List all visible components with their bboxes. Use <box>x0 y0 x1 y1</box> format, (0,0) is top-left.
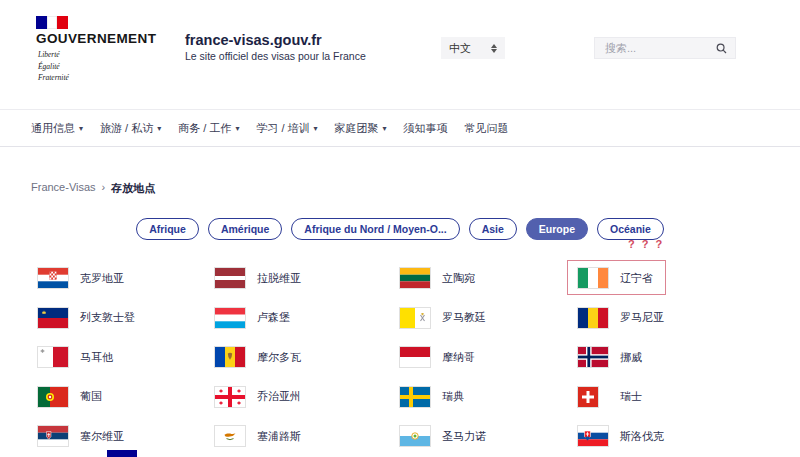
motto-line: Liberté <box>38 49 69 61</box>
country-item[interactable]: 圣马力诺 <box>400 426 486 446</box>
country-item[interactable]: 挪威 <box>578 347 642 367</box>
nav-item[interactable]: 须知事项 <box>404 121 448 136</box>
motto-line: Égalité <box>38 61 69 73</box>
nav-item[interactable]: 通用信息▾ <box>31 121 83 136</box>
country-item[interactable]: 摩纳哥 <box>400 347 475 367</box>
country-name: 拉脱维亚 <box>257 271 301 286</box>
nav-item-label: 常见问题 <box>465 121 509 136</box>
search-box <box>594 37 736 59</box>
country-name: 圣马力诺 <box>442 429 486 444</box>
search-input[interactable] <box>603 41 716 55</box>
site-title[interactable]: france-visas.gouv.fr <box>185 32 322 48</box>
tab-oc-anie[interactable]: Océanie <box>597 218 664 240</box>
flag-serbia-icon <box>38 426 68 446</box>
motto-line: Fraternité <box>38 72 69 84</box>
breadcrumb: France-Visas › 存放地点 <box>31 181 155 196</box>
nav-item[interactable]: 旅游 / 私访▾ <box>100 121 161 136</box>
country-name: 列支敦士登 <box>80 310 135 325</box>
nav-item[interactable]: 商务 / 工作▾ <box>178 121 239 136</box>
breadcrumb-current: 存放地点 <box>111 181 155 196</box>
country-item[interactable]: 葡国 <box>38 387 102 407</box>
country-name: 克罗地亚 <box>80 271 124 286</box>
flag-lithuania-icon <box>400 268 430 288</box>
country-name: 塞浦路斯 <box>257 429 301 444</box>
breadcrumb-root[interactable]: France-Visas <box>31 181 96 196</box>
country-name: 摩尔多瓦 <box>257 350 301 365</box>
chevron-down-icon: ▾ <box>157 124 161 133</box>
flag-san-marino-icon <box>400 426 430 446</box>
country-item[interactable]: 乔治亚州 <box>215 387 301 407</box>
country-name: 乔治亚州 <box>257 389 301 404</box>
language-selector[interactable]: 中文 <box>441 37 505 59</box>
chevron-down-icon: ▾ <box>314 124 318 133</box>
flag-vatican-icon <box>400 308 430 328</box>
country-item[interactable]: 摩尔多瓦 <box>215 347 301 367</box>
country-name: 罗马尼亚 <box>620 310 664 325</box>
country-item[interactable]: 瑞典 <box>400 387 464 407</box>
country-item[interactable]: 罗马尼亚 <box>578 308 664 328</box>
flag-sweden-icon <box>400 387 430 407</box>
flag-croatia-icon <box>38 268 68 288</box>
country-name: 立陶宛 <box>442 271 475 286</box>
country-item[interactable]: 塞尔维亚 <box>38 426 124 446</box>
nav-item-label: 须知事项 <box>404 121 448 136</box>
flag-latvia-icon <box>215 268 245 288</box>
country-name: 挪威 <box>620 350 642 365</box>
flag-cyprus-icon <box>215 426 245 446</box>
tab-am-rique[interactable]: Amérique <box>208 218 282 240</box>
country-item[interactable]: 克罗地亚 <box>38 268 124 288</box>
country-item[interactable]: 立陶宛 <box>400 268 475 288</box>
france-visas-page: GOUVERNEMENT Liberté Égalité Fraternité … <box>0 0 800 457</box>
country-item[interactable]: 卢森堡 <box>215 308 290 328</box>
nav-item-label: 学习 / 培训 <box>256 121 309 136</box>
flag-monaco-icon <box>400 347 430 367</box>
country-name: 斯洛伐克 <box>620 429 664 444</box>
flag-portugal-icon <box>38 387 68 407</box>
country-name: 马耳他 <box>80 350 113 365</box>
flag-norway-icon <box>578 347 608 367</box>
continent-tabs: AfriqueAmériqueAfrique du Nord / Moyen-O… <box>0 218 800 240</box>
tab-asie[interactable]: Asie <box>469 218 517 240</box>
country-item[interactable]: 塞浦路斯 <box>215 426 301 446</box>
tab-afrique-du-nord-moyen-o[interactable]: Afrique du Nord / Moyen-O... <box>291 218 459 240</box>
country-item[interactable]: 罗马教廷 <box>400 308 486 328</box>
gouvernement-logo: GOUVERNEMENT <box>36 31 156 46</box>
annotation-question-marks: ? ? ? <box>628 238 664 250</box>
flag-malta-icon <box>38 347 68 367</box>
nav-item-label: 家庭团聚 <box>335 121 379 136</box>
country-name: 葡国 <box>80 389 102 404</box>
chevron-down-icon: ▾ <box>79 124 83 133</box>
flag-liechtenstein-icon <box>38 308 68 328</box>
chevron-down-icon: ▾ <box>235 124 239 133</box>
nav-item[interactable]: 家庭团聚▾ <box>335 121 387 136</box>
tab-afrique[interactable]: Afrique <box>136 218 199 240</box>
flag-romania-icon <box>578 308 608 328</box>
tab-europe[interactable]: Europe <box>526 218 588 240</box>
nav-item-label: 商务 / 工作 <box>178 121 231 136</box>
nav-item[interactable]: 常见问题 <box>465 121 509 136</box>
flag-switzerland-icon <box>578 387 608 407</box>
flag-luxembourg-icon <box>215 308 245 328</box>
flag-ireland-icon <box>578 268 608 288</box>
country-item[interactable]: 拉脱维亚 <box>215 268 301 288</box>
country-item[interactable]: 辽宁省 <box>578 268 653 288</box>
country-item[interactable]: 列支敦士登 <box>38 308 135 328</box>
magnifier-icon[interactable] <box>716 43 727 54</box>
nav-item-label: 旅游 / 私访 <box>100 121 153 136</box>
country-name: 瑞典 <box>442 389 464 404</box>
footer-logo-peek <box>107 450 137 457</box>
breadcrumb-separator: › <box>102 181 106 196</box>
french-flag-icon <box>36 16 68 29</box>
country-name: 辽宁省 <box>620 271 653 286</box>
language-value: 中文 <box>449 41 471 56</box>
country-name: 罗马教廷 <box>442 310 486 325</box>
country-item[interactable]: 斯洛伐克 <box>578 426 664 446</box>
main-nav: 通用信息▾旅游 / 私访▾商务 / 工作▾学习 / 培训▾家庭团聚▾须知事项常见… <box>0 109 800 147</box>
country-grid: 克罗地亚拉脱维亚立陶宛辽宁省列支敦士登卢森堡罗马教廷罗马尼亚马耳他摩尔多瓦摩纳哥… <box>38 268 768 457</box>
country-name: 摩纳哥 <box>442 350 475 365</box>
flag-slovakia-icon <box>578 426 608 446</box>
nav-item[interactable]: 学习 / 培训▾ <box>256 121 317 136</box>
country-item[interactable]: 马耳他 <box>38 347 113 367</box>
site-subtitle: Le site officiel des visas pour la Franc… <box>185 50 366 62</box>
country-item[interactable]: 瑞士 <box>578 387 642 407</box>
